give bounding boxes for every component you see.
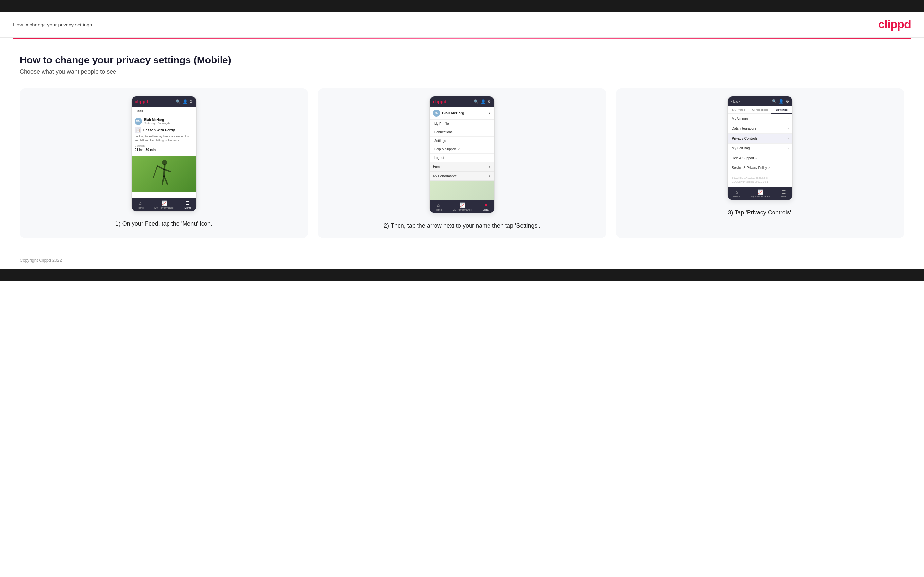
bottom-bar [0,269,924,281]
version-info: Clippd Client Version: 2022.8.3-3GQL Ser… [728,173,793,187]
ext-icon: ↗ [458,148,460,151]
menu-icon: ☰ [186,200,190,206]
logo: clippd [878,18,911,31]
page-subheading: Choose what you want people to see [19,68,905,75]
duration-val: 01 hr : 30 min [135,148,193,152]
chevron-right-data: › [788,127,788,131]
performance-label: My Performance [154,206,174,209]
settings-item-serviceprivacy[interactable]: Service & Privacy Policy ↗ [728,163,793,173]
phone1-body: Feed BM Blair McHarg Yesterday · Sunning… [131,107,196,198]
phone3-tabs: My Profile Connections Settings [728,106,793,114]
tab-myprofile[interactable]: My Profile [728,106,749,113]
nav-performance-label: My Performance [433,174,457,178]
tab-settings[interactable]: Settings [771,106,793,114]
user-info: Blair McHarg Yesterday · Sunningdale [144,118,172,124]
step3-label: 3) Tap 'Privacy Controls'. [728,208,793,217]
lesson-title-row: 📋 Lesson with Fordy [135,127,193,134]
phone2-bottom-nav: ⌂ Home 📈 My Performance ✕ Menu [430,200,494,213]
search-icon-2: 🔍 [474,99,479,104]
chevron-right-myaccount: › [788,117,788,121]
copyright-text: Copyright Clippd 2022 [19,258,62,263]
chevron-down-perf: ▼ [488,174,491,178]
performance-icon-3: 📈 [758,189,763,195]
chevron-down-home: ▼ [488,165,491,169]
phone3-back-bar: ‹ Back 🔍 👤 ⚙ [728,97,793,106]
svg-line-6 [153,166,157,177]
settings-item-dataintegrations[interactable]: Data Integrations › [728,124,793,134]
golfer-svg [151,158,177,190]
menu-item-logout: Logout [430,154,494,162]
performance-icon-2: 📈 [459,202,465,208]
home-icon-2: ⌂ [437,202,440,208]
menu-items-list: My Profile Connections Settings Help & S… [430,120,494,163]
menu-icon-3: ☰ [782,189,786,195]
phone2-body: BM Blair McHarg ▲ My Profile Connections… [430,107,494,200]
settings-item-myaccount[interactable]: My Account › [728,114,793,124]
duration-label: Duration [135,145,193,147]
settings-item-helpsupport[interactable]: Help & Support ↗ [728,153,793,163]
close-icon-bottom: ✕ [484,202,488,208]
bottom-home-2: ⌂ Home [435,202,442,211]
lesson-icon: 📋 [135,127,141,134]
search-icon-3: 🔍 [772,99,777,104]
golf-image [131,156,196,192]
settings-icon-3: ⚙ [786,99,789,104]
back-button[interactable]: ‹ Back [731,100,740,103]
phone1-bottom-nav: ⌂ Home 📈 My Performance ☰ Menu [131,198,196,211]
privacycontrols-label: Privacy Controls [732,137,758,140]
phone1-logo: clippd [135,99,148,104]
bottom-performance: 📈 My Performance [154,200,174,209]
page-heading: How to change your privacy settings (Mob… [19,55,905,66]
bottom-menu: ☰ Menu [184,200,191,209]
phone2-nav-icons: 🔍 👤 ⚙ [474,99,491,104]
phone2-nav: clippd 🔍 👤 ⚙ [430,97,494,107]
mygolfbag-label: My Golf Bag [732,147,750,150]
steps-row: clippd 🔍 👤 ⚙ Feed BM Blair McHarg [19,88,905,238]
user-name: Blair McHarg [144,118,172,122]
user-sub: Yesterday · Sunningdale [144,122,172,124]
menu-item-helpsupport: Help & Support ↗ [430,145,494,154]
menu-user-avatar: BM [433,110,440,117]
chevron-right-golfbag: › [788,147,788,150]
step-3-card: ‹ Back 🔍 👤 ⚙ My Profile Connections Sett… [616,88,905,238]
close-label: Menu [483,208,489,211]
home-icon: ⌂ [139,200,141,206]
phone-mockup-2: clippd 🔍 👤 ⚙ BM Blair McHarg [429,96,495,213]
dataintegrations-label: Data Integrations [732,127,756,131]
home-label-3: Home [733,195,740,198]
header-title: How to change your privacy settings [13,22,92,27]
settings-item-privacycontrols[interactable]: Privacy Controls › [728,134,793,143]
person-icon-2: 👤 [481,99,486,104]
settings-item-mygolfbag[interactable]: My Golf Bag › [728,143,793,153]
page-header: How to change your privacy settings clip… [0,12,924,38]
menu-item-settings: Settings [430,137,494,145]
menu-item-connections: Connections [430,128,494,137]
svg-line-5 [164,176,167,184]
settings-icon-2: ⚙ [488,99,491,104]
user-avatar: BM [135,118,142,125]
phone2-logo: clippd [433,99,446,104]
ext-icon-help: ↗ [755,157,757,160]
svg-line-4 [162,176,164,184]
tab-connections[interactable]: Connections [749,106,771,113]
phone1-nav: clippd 🔍 👤 ⚙ [131,97,196,107]
lesson-desc: Looking to feel like my hands are exitin… [135,135,193,143]
phone3-nav-icons: 🔍 👤 ⚙ [772,99,789,104]
step-1-card: clippd 🔍 👤 ⚙ Feed BM Blair McHarg [19,88,308,238]
home-label-2: Home [435,208,442,211]
chevron-up-icon: ▲ [488,111,491,115]
search-icon: 🔍 [176,99,181,104]
phone1-post: BM Blair McHarg Yesterday · Sunningdale … [131,115,196,156]
menu-label: Menu [184,206,191,209]
phone3-bottom-nav: ⌂ Home 📈 My Performance ☰ Menu [728,187,793,200]
nav-home-item: Home ▼ [430,163,494,172]
performance-icon: 📈 [161,200,167,206]
settings-list: My Account › Data Integrations › Privacy… [728,114,793,187]
phone-mockup-1: clippd 🔍 👤 ⚙ Feed BM Blair McHarg [131,96,197,211]
phone-mockup-3: ‹ Back 🔍 👤 ⚙ My Profile Connections Sett… [727,96,793,200]
nav-home-label: Home [433,165,442,169]
page-footer: Copyright Clippd 2022 [0,251,924,269]
menu-item-myprofile: My Profile [430,120,494,128]
menu-label-3: Menu [781,195,787,198]
performance-label-2: My Performance [452,208,472,211]
